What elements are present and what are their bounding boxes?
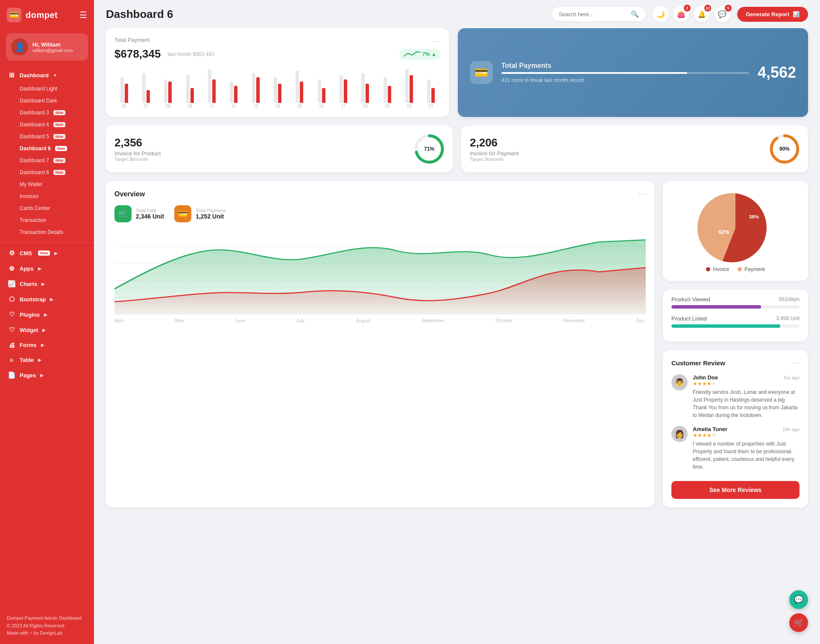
wallet-button[interactable]: 👛 2	[673, 6, 689, 22]
invoice-payment-label: Invoice for Payment	[470, 150, 763, 157]
nav-pages-group[interactable]: 📄 Pages ▶	[0, 367, 94, 383]
nav-charts-group[interactable]: 📈 Charts ▶	[0, 276, 94, 291]
bar-pair	[274, 77, 281, 103]
nav-plugins-group[interactable]: ♡ Plugins ▶	[0, 307, 94, 322]
avatar: 👤	[11, 38, 28, 55]
invoice-payment-info: 2,206 Invoice for Payment Target 3k/mont…	[470, 136, 763, 162]
gray-bar	[384, 77, 387, 103]
sidebar-item-dashboard-3[interactable]: Dashboard 3 New	[0, 107, 94, 119]
product-viewed-label: Product Viewed	[671, 296, 710, 303]
forms-arrow-icon: ▶	[41, 343, 44, 347]
total-sale-value: 2,346 Unit	[136, 213, 164, 220]
see-more-reviews-button[interactable]: See More Reviews	[671, 481, 800, 499]
product-listed-header: Product Listed 3,456 Unit	[671, 315, 800, 322]
bar-group: 17	[334, 75, 353, 108]
nav-bootstrap-group[interactable]: ⬡ Bootstrap ▶	[0, 291, 94, 307]
bar-group: 06	[114, 77, 134, 108]
nav-apps-group[interactable]: ⊕ Apps ▶	[0, 261, 94, 276]
dashboard-arrow-icon: ▼	[53, 73, 57, 78]
gray-bar	[208, 69, 211, 103]
bar-group: 20	[399, 69, 419, 108]
row-2: 2,356 Invoice for Product Target 3k/mont…	[106, 125, 808, 172]
bell-button[interactable]: 🔔 12	[694, 6, 710, 22]
blue-card-sub: 431 more to break last month record	[501, 77, 749, 83]
bar-group: 18	[356, 73, 375, 108]
sidebar-footer: Dompet Payment Admin Dashboard © 2023 Al…	[0, 608, 94, 644]
review-stars-1: ★★★★★	[693, 381, 800, 387]
table-icon: ≡	[8, 356, 15, 364]
product-viewed-value: 561/days	[779, 296, 800, 303]
sidebar-item-dashboard-8[interactable]: Dashboard 8 New	[0, 166, 94, 178]
review-time-1: 5m ago	[784, 375, 800, 380]
red-bar	[190, 88, 194, 103]
bar-pair	[252, 73, 260, 103]
svg-text:62%: 62%	[718, 229, 729, 235]
red-bar	[125, 84, 128, 103]
sidebar-item-dashboard-4[interactable]: Dashboard 4 New	[0, 119, 94, 131]
red-bar	[410, 75, 413, 103]
search-input[interactable]	[559, 11, 627, 17]
invoice-product-number: 2,356	[114, 136, 407, 149]
sidebar-item-transaction-details[interactable]: Transaction Details	[0, 226, 94, 238]
bar-group: 16	[312, 79, 331, 108]
nav-table-group[interactable]: ≡ Table ▶	[0, 353, 94, 367]
topbar-icons: 🌙 👛 2 🔔 12 💬 5	[653, 6, 730, 22]
total-payment-card: Total Payment ··· $678,345 last month $5…	[106, 28, 449, 117]
moon-icon: 🌙	[656, 10, 665, 18]
nav-dashboard-group[interactable]: ⊞ Dashboard ▼	[0, 67, 94, 83]
heart-icon: ♥	[29, 630, 34, 635]
content-area: Total Payment ··· $678,345 last month $5…	[94, 28, 820, 644]
bar-label: 09	[187, 104, 192, 108]
trend-chip: 7% ▲	[399, 49, 441, 60]
red-bar	[168, 82, 172, 103]
plugins-icon: ♡	[8, 311, 15, 318]
bar-label: 14	[275, 104, 280, 108]
sidebar-item-dashboard-dark[interactable]: Dashboard Dark	[0, 95, 94, 107]
review-title: Customer Review	[671, 359, 725, 367]
nav-widget-group[interactable]: ♡ Widget ▶	[0, 322, 94, 338]
hamburger-icon[interactable]: ☰	[79, 10, 87, 20]
generate-report-button[interactable]: Generate Report 📊	[737, 7, 808, 22]
sidebar-item-dashboard-5[interactable]: Dashboard 5 New	[0, 131, 94, 143]
sidebar-item-invoices[interactable]: Invoices	[0, 190, 94, 202]
support-fab-button[interactable]: 💬	[789, 590, 808, 609]
bar-pair	[361, 73, 369, 103]
user-info: Hi, William william@gmail.com	[32, 41, 73, 53]
nav-cms-group[interactable]: ⚙ CMS New ▶	[0, 245, 94, 261]
invoice-product-donut: 71%	[414, 134, 444, 164]
gray-bar	[252, 73, 255, 103]
payment-legend: Payment	[738, 266, 764, 272]
sidebar-item-cards-center[interactable]: Cards Center	[0, 202, 94, 214]
logo-icon: 💳	[7, 8, 21, 22]
blue-card-title: Total Payments	[501, 62, 749, 70]
review-more-dots[interactable]: ···	[792, 358, 800, 367]
logo-text: dompet	[26, 10, 58, 20]
product-viewed-metric: Product Viewed 561/days	[671, 296, 800, 309]
review-item-2: 👩 Amelia Tuner 10h ago ★★★★★ I viewed a …	[671, 426, 800, 471]
sidebar-item-my-wallet[interactable]: My Wallet	[0, 178, 94, 190]
pie-chart-card: 62% 38% Invoice Payment	[663, 181, 808, 281]
pages-arrow-icon: ▶	[40, 373, 44, 378]
sidebar-item-dashboard-6[interactable]: Dashboard 6 New	[0, 143, 94, 154]
more-dots-icon[interactable]: ···	[433, 37, 441, 46]
bar-label: 11	[209, 104, 214, 108]
nav-forms-group[interactable]: 🖨 Forms ▶	[0, 338, 94, 353]
sidebar-item-dashboard-light[interactable]: Dashboard Light	[0, 83, 94, 95]
forms-icon: 🖨	[8, 341, 15, 349]
invoice-payment-card: 2,206 Invoice for Payment Target 3k/mont…	[461, 125, 808, 172]
wallet-badge: 2	[684, 5, 691, 12]
reviewer-name-2: Amelia Tuner	[693, 426, 727, 432]
theme-toggle-button[interactable]: 🌙	[653, 6, 669, 22]
total-sale-label: Total Sale	[136, 208, 164, 213]
product-listed-progress	[671, 324, 800, 328]
cart-fab-button[interactable]: 🛒	[789, 613, 808, 632]
overview-stats: 🛒 Total Sale 2,346 Unit 💳 Total Payment …	[114, 205, 646, 222]
overview-more-dots[interactable]: ···	[638, 189, 646, 198]
bar-pair	[427, 79, 435, 103]
chat-button[interactable]: 💬 5	[714, 6, 730, 22]
invoice-product-card: 2,356 Invoice for Product Target 3k/mont…	[106, 125, 453, 172]
sidebar-item-dashboard-7[interactable]: Dashboard 7 New	[0, 154, 94, 166]
sidebar-item-transaction[interactable]: Transaction	[0, 214, 94, 226]
bootstrap-icon: ⬡	[8, 295, 15, 303]
review-content-2: Amelia Tuner 10h ago ★★★★★ I viewed a nu…	[693, 426, 800, 471]
